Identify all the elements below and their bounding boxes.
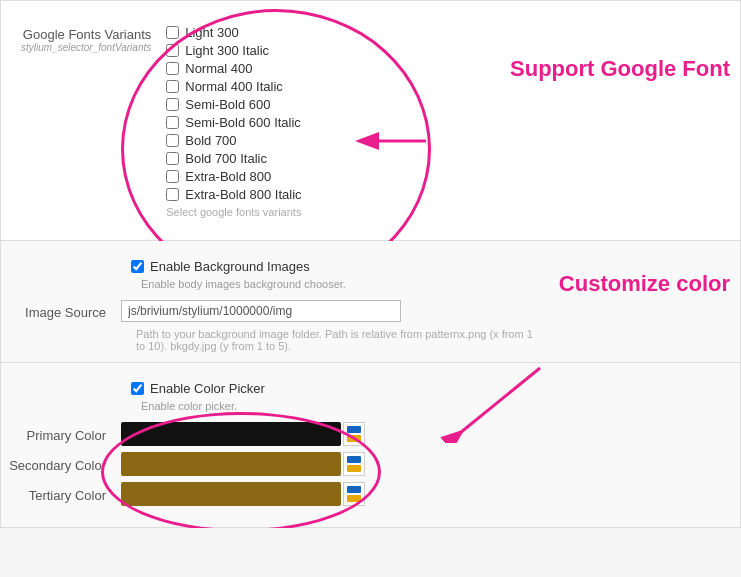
variant-bold700italic-label: Bold 700 Italic <box>185 151 267 166</box>
enable-color-picker-checkbox[interactable] <box>131 382 144 395</box>
google-fonts-label-col: Google Fonts Variants stylium_selector_f… <box>21 25 166 53</box>
variant-light300-label: Light 300 <box>185 25 239 40</box>
variant-normal400italic-label: Normal 400 Italic <box>185 79 283 94</box>
variant-normal400-checkbox[interactable] <box>166 62 179 75</box>
secondary-color-picker-btn[interactable] <box>343 452 365 476</box>
primary-color-swatch[interactable] <box>121 422 341 446</box>
variant-light300[interactable]: Light 300 <box>166 25 720 40</box>
variant-light300italic[interactable]: Light 300 Italic <box>166 43 720 58</box>
google-fonts-sublabel: stylium_selector_fontVariants <box>21 42 151 53</box>
variant-normal400italic-checkbox[interactable] <box>166 80 179 93</box>
tertiary-color-row: Tertiary Color <box>1 482 740 506</box>
enable-color-picker-hint: Enable color picker. <box>141 400 740 412</box>
variant-extrabold800[interactable]: Extra-Bold 800 <box>166 169 720 184</box>
variant-extrabold800italic[interactable]: Extra-Bold 800 Italic <box>166 187 720 202</box>
variant-light300-checkbox[interactable] <box>166 26 179 39</box>
tertiary-color-btn-bottom <box>347 495 361 502</box>
primary-color-picker-btn[interactable] <box>343 422 365 446</box>
variant-bold700[interactable]: Bold 700 <box>166 133 720 148</box>
tertiary-color-swatch[interactable] <box>121 482 341 506</box>
variant-normal400italic[interactable]: Normal 400 Italic <box>166 79 720 94</box>
enable-color-picker-label: Enable Color Picker <box>150 381 265 396</box>
tertiary-color-label: Tertiary Color <box>1 486 121 503</box>
google-fonts-label: Google Fonts Variants <box>21 27 151 42</box>
variant-semibold600italic-label: Semi-Bold 600 Italic <box>185 115 301 130</box>
primary-color-label: Primary Color <box>1 426 121 443</box>
variant-light300italic-checkbox[interactable] <box>166 44 179 57</box>
variant-semibold600italic[interactable]: Semi-Bold 600 Italic <box>166 115 720 130</box>
variant-bold700-label: Bold 700 <box>185 133 236 148</box>
google-fonts-select-hint: Select google fonts variants <box>166 206 720 218</box>
variant-semibold600italic-checkbox[interactable] <box>166 116 179 129</box>
variant-bold700-checkbox[interactable] <box>166 134 179 147</box>
secondary-color-btn-bottom <box>347 465 361 472</box>
secondary-color-swatch[interactable] <box>121 452 341 476</box>
primary-color-btn-top <box>347 426 361 433</box>
primary-color-control <box>121 422 365 446</box>
enable-bg-images-checkbox[interactable] <box>131 260 144 273</box>
variant-semibold600-label: Semi-Bold 600 <box>185 97 270 112</box>
enable-color-picker-row[interactable]: Enable Color Picker <box>131 381 740 396</box>
secondary-color-row: Secondary Color <box>1 452 740 476</box>
variant-semibold600-checkbox[interactable] <box>166 98 179 111</box>
variant-normal400[interactable]: Normal 400 <box>166 61 720 76</box>
google-fonts-checkboxes: Light 300 Light 300 Italic Normal 400 No… <box>166 25 720 218</box>
variant-bold700italic-checkbox[interactable] <box>166 152 179 165</box>
image-source-input[interactable] <box>121 300 401 322</box>
image-source-content <box>121 300 740 322</box>
background-images-section: Enable Background Images Enable body ima… <box>0 241 741 363</box>
variant-extrabold800-checkbox[interactable] <box>166 170 179 183</box>
variant-bold700italic[interactable]: Bold 700 Italic <box>166 151 720 166</box>
secondary-color-btn-top <box>347 456 361 463</box>
tertiary-color-control <box>121 482 365 506</box>
enable-bg-images-hint: Enable body images background chooser. <box>141 278 740 290</box>
variant-extrabold800italic-checkbox[interactable] <box>166 188 179 201</box>
color-picker-section: Enable Color Picker Enable color picker.… <box>0 363 741 528</box>
image-source-label: Image Source <box>1 303 121 320</box>
page-wrapper: Google Fonts Variants stylium_selector_f… <box>0 0 741 528</box>
image-source-row: Image Source <box>1 300 740 322</box>
google-fonts-section: Google Fonts Variants stylium_selector_f… <box>0 0 741 241</box>
variant-normal400-label: Normal 400 <box>185 61 252 76</box>
tertiary-color-btn-top <box>347 486 361 493</box>
secondary-color-label: Secondary Color <box>1 456 121 473</box>
primary-color-row: Primary Color <box>1 422 740 446</box>
image-source-hint: Path to your background image folder. Pa… <box>136 328 536 352</box>
secondary-color-control <box>121 452 365 476</box>
variant-extrabold800-label: Extra-Bold 800 <box>185 169 271 184</box>
variant-semibold600[interactable]: Semi-Bold 600 <box>166 97 720 112</box>
variant-light300italic-label: Light 300 Italic <box>185 43 269 58</box>
tertiary-color-picker-btn[interactable] <box>343 482 365 506</box>
enable-bg-images-label: Enable Background Images <box>150 259 310 274</box>
variant-extrabold800italic-label: Extra-Bold 800 Italic <box>185 187 301 202</box>
primary-color-btn-bottom <box>347 435 361 442</box>
enable-bg-images-row[interactable]: Enable Background Images <box>131 259 740 274</box>
